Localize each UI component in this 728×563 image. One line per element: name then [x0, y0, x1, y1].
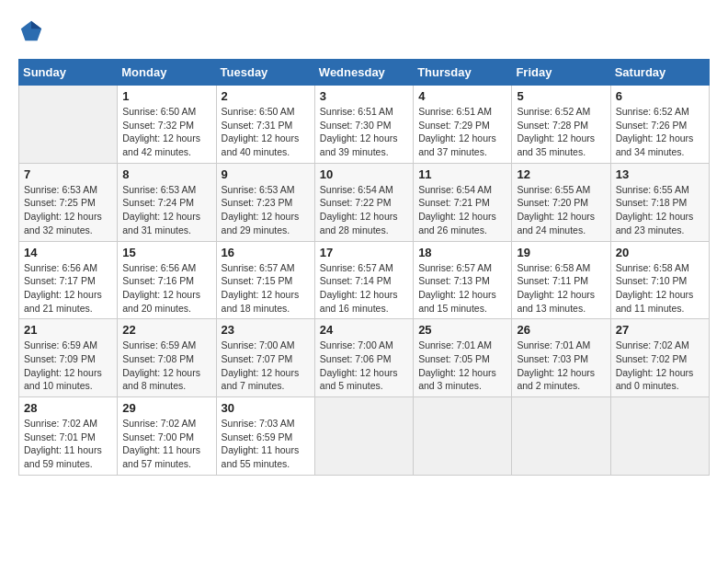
logo-icon [18, 18, 44, 44]
day-info: Sunrise: 7:01 AMSunset: 7:03 PMDaylight:… [517, 339, 605, 393]
weekday-header: Tuesday [216, 60, 314, 86]
day-number: 3 [320, 89, 408, 103]
calendar-cell: 21Sunrise: 6:59 AMSunset: 7:09 PMDayligh… [19, 319, 118, 397]
calendar-cell: 3Sunrise: 6:51 AMSunset: 7:30 PMDaylight… [314, 86, 413, 164]
day-info: Sunrise: 6:54 AMSunset: 7:21 PMDaylight:… [418, 183, 506, 237]
day-number: 30 [222, 401, 310, 415]
day-number: 17 [320, 246, 408, 259]
day-info: Sunrise: 7:03 AMSunset: 6:59 PMDaylight:… [222, 417, 310, 471]
day-number: 25 [418, 323, 506, 337]
calendar-cell [512, 397, 610, 476]
day-info: Sunrise: 6:56 AMSunset: 7:16 PMDaylight:… [122, 261, 210, 316]
weekday-header: Saturday [610, 60, 709, 86]
calendar-cell: 16Sunrise: 6:57 AMSunset: 7:15 PMDayligh… [216, 241, 314, 319]
calendar-cell: 29Sunrise: 7:02 AMSunset: 7:00 PMDayligh… [118, 397, 216, 476]
calendar-cell: 5Sunrise: 6:52 AMSunset: 7:28 PMDaylight… [512, 86, 610, 164]
calendar-cell: 6Sunrise: 6:52 AMSunset: 7:26 PMDaylight… [610, 86, 709, 164]
svg-marker-1 [31, 21, 41, 29]
day-info: Sunrise: 7:02 AMSunset: 7:02 PMDaylight:… [616, 339, 704, 393]
weekday-header: Friday [512, 60, 610, 86]
calendar-cell: 27Sunrise: 7:02 AMSunset: 7:02 PMDayligh… [610, 319, 709, 397]
day-info: Sunrise: 6:57 AMSunset: 7:13 PMDaylight:… [418, 261, 506, 316]
calendar-cell [610, 397, 709, 476]
calendar-cell: 17Sunrise: 6:57 AMSunset: 7:14 PMDayligh… [314, 241, 413, 319]
day-info: Sunrise: 6:55 AMSunset: 7:20 PMDaylight:… [517, 183, 605, 237]
calendar-cell: 26Sunrise: 7:01 AMSunset: 7:03 PMDayligh… [512, 319, 610, 397]
day-info: Sunrise: 6:57 AMSunset: 7:15 PMDaylight:… [222, 261, 310, 316]
day-number: 21 [24, 323, 112, 337]
calendar-cell: 19Sunrise: 6:58 AMSunset: 7:11 PMDayligh… [512, 241, 610, 319]
day-number: 5 [517, 89, 605, 103]
day-number: 28 [24, 401, 112, 415]
day-info: Sunrise: 6:54 AMSunset: 7:22 PMDaylight:… [320, 183, 408, 237]
day-number: 29 [122, 401, 210, 415]
day-info: Sunrise: 6:51 AMSunset: 7:30 PMDaylight:… [320, 105, 408, 159]
day-info: Sunrise: 6:51 AMSunset: 7:29 PMDaylight:… [418, 105, 506, 159]
calendar-week-row: 7Sunrise: 6:53 AMSunset: 7:25 PMDaylight… [19, 163, 710, 241]
day-info: Sunrise: 6:56 AMSunset: 7:17 PMDaylight:… [24, 261, 112, 316]
calendar-cell: 10Sunrise: 6:54 AMSunset: 7:22 PMDayligh… [314, 163, 413, 241]
day-number: 18 [418, 246, 506, 259]
day-number: 4 [418, 89, 506, 103]
calendar-cell: 20Sunrise: 6:58 AMSunset: 7:10 PMDayligh… [610, 241, 709, 319]
day-info: Sunrise: 6:58 AMSunset: 7:11 PMDaylight:… [517, 261, 605, 316]
calendar-cell: 8Sunrise: 6:53 AMSunset: 7:24 PMDaylight… [118, 163, 216, 241]
day-info: Sunrise: 6:53 AMSunset: 7:24 PMDaylight:… [122, 183, 210, 237]
day-number: 8 [122, 167, 210, 181]
day-number: 27 [616, 323, 704, 337]
day-info: Sunrise: 6:53 AMSunset: 7:23 PMDaylight:… [222, 183, 310, 237]
day-number: 12 [517, 167, 605, 181]
calendar-cell: 18Sunrise: 6:57 AMSunset: 7:13 PMDayligh… [414, 241, 512, 319]
day-number: 20 [616, 246, 704, 259]
day-number: 23 [222, 323, 310, 337]
day-number: 19 [517, 246, 605, 259]
weekday-header: Sunday [19, 60, 118, 86]
calendar-week-row: 14Sunrise: 6:56 AMSunset: 7:17 PMDayligh… [19, 241, 710, 319]
weekday-header: Thursday [414, 60, 512, 86]
calendar-cell: 23Sunrise: 7:00 AMSunset: 7:07 PMDayligh… [216, 319, 314, 397]
day-info: Sunrise: 6:55 AMSunset: 7:18 PMDaylight:… [616, 183, 704, 237]
calendar-cell: 14Sunrise: 6:56 AMSunset: 7:17 PMDayligh… [19, 241, 118, 319]
day-info: Sunrise: 7:00 AMSunset: 7:06 PMDaylight:… [320, 339, 408, 393]
calendar-cell [19, 86, 118, 164]
calendar-cell: 15Sunrise: 6:56 AMSunset: 7:16 PMDayligh… [118, 241, 216, 319]
day-number: 13 [616, 167, 704, 181]
calendar-cell: 12Sunrise: 6:55 AMSunset: 7:20 PMDayligh… [512, 163, 610, 241]
day-number: 26 [517, 323, 605, 337]
day-info: Sunrise: 6:58 AMSunset: 7:10 PMDaylight:… [616, 261, 704, 316]
calendar-cell: 22Sunrise: 6:59 AMSunset: 7:08 PMDayligh… [118, 319, 216, 397]
day-info: Sunrise: 6:57 AMSunset: 7:14 PMDaylight:… [320, 261, 408, 316]
day-number: 2 [222, 89, 310, 103]
calendar-cell [414, 397, 512, 476]
day-number: 9 [222, 167, 310, 181]
day-number: 11 [418, 167, 506, 181]
day-number: 10 [320, 167, 408, 181]
calendar-cell: 25Sunrise: 7:01 AMSunset: 7:05 PMDayligh… [414, 319, 512, 397]
day-info: Sunrise: 7:00 AMSunset: 7:07 PMDaylight:… [222, 339, 310, 393]
day-info: Sunrise: 7:02 AMSunset: 7:00 PMDaylight:… [122, 417, 210, 471]
calendar-week-row: 28Sunrise: 7:02 AMSunset: 7:01 PMDayligh… [19, 397, 710, 476]
calendar-cell: 4Sunrise: 6:51 AMSunset: 7:29 PMDaylight… [414, 86, 512, 164]
calendar-week-row: 21Sunrise: 6:59 AMSunset: 7:09 PMDayligh… [19, 319, 710, 397]
day-info: Sunrise: 7:01 AMSunset: 7:05 PMDaylight:… [418, 339, 506, 393]
weekday-header-row: SundayMondayTuesdayWednesdayThursdayFrid… [19, 60, 710, 86]
day-number: 7 [24, 167, 112, 181]
day-info: Sunrise: 6:50 AMSunset: 7:31 PMDaylight:… [222, 105, 310, 159]
calendar-cell: 9Sunrise: 6:53 AMSunset: 7:23 PMDaylight… [216, 163, 314, 241]
day-number: 22 [122, 323, 210, 337]
day-info: Sunrise: 6:53 AMSunset: 7:25 PMDaylight:… [24, 183, 112, 237]
calendar-cell: 11Sunrise: 6:54 AMSunset: 7:21 PMDayligh… [414, 163, 512, 241]
day-number: 16 [222, 246, 310, 259]
day-number: 1 [122, 89, 210, 103]
calendar-cell: 7Sunrise: 6:53 AMSunset: 7:25 PMDaylight… [19, 163, 118, 241]
weekday-header: Wednesday [314, 60, 413, 86]
day-number: 15 [122, 246, 210, 259]
weekday-header: Monday [118, 60, 216, 86]
day-info: Sunrise: 6:52 AMSunset: 7:26 PMDaylight:… [616, 105, 704, 159]
day-number: 24 [320, 323, 408, 337]
day-number: 14 [24, 246, 112, 259]
calendar-cell: 28Sunrise: 7:02 AMSunset: 7:01 PMDayligh… [19, 397, 118, 476]
page-header [18, 18, 710, 44]
calendar-cell [314, 397, 413, 476]
calendar-cell: 30Sunrise: 7:03 AMSunset: 6:59 PMDayligh… [216, 397, 314, 476]
